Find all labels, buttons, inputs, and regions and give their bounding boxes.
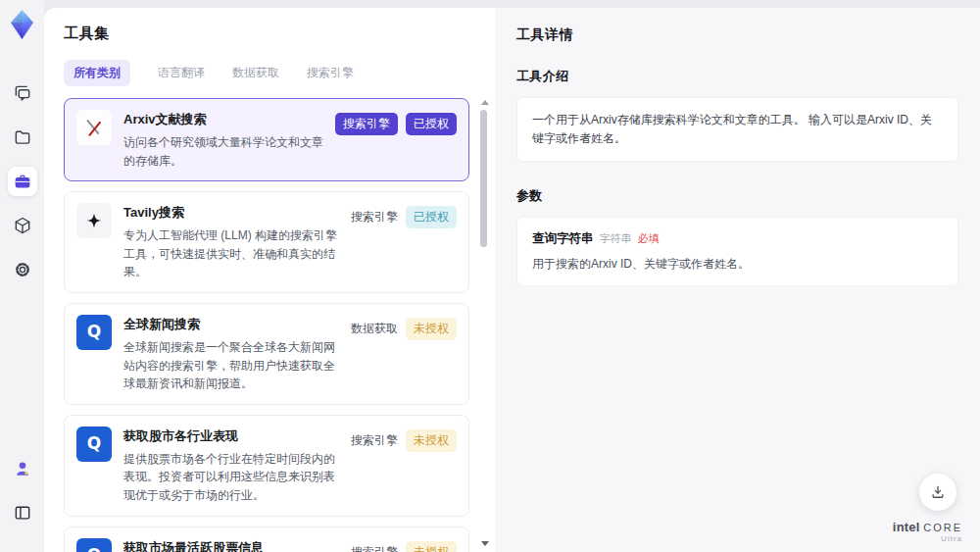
ultra-wordmark: Ultra [893, 535, 962, 544]
tool-body: 获取市场最活跃股票信息 提供当天交易量最高的股票列表。投资者可以利用这些信息来识… [123, 538, 341, 552]
tool-body: Arxiv文献搜索 访问各个研究领域大量科学论文和文章的存储库。 [123, 110, 325, 170]
folder-icon[interactable] [8, 123, 37, 152]
tool-description: 全球新闻搜索是一个聚合全球各大新闻网站内容的搜索引擎，帮助用户快速获取全球最新资… [123, 338, 341, 393]
chat-icon[interactable] [8, 78, 37, 108]
category-badge: 搜索引擎 [335, 113, 398, 135]
scroll-down-arrow-icon[interactable] [481, 541, 489, 546]
param-name: 查询字符串 [532, 230, 594, 247]
intel-wordmark: intel [893, 520, 920, 534]
tavily-star-icon [76, 203, 112, 238]
package-icon[interactable] [8, 211, 37, 240]
category-badge: 数据获取 [351, 318, 398, 340]
intel-core-logo: intel CORE Ultra [893, 521, 962, 544]
tool-card-tavily[interactable]: Tavily搜索 专为人工智能代理 (LLM) 构建的搜索引擎工具，可快速提供实… [64, 191, 469, 293]
tools-panel: 工具集 所有类别 语言翻译 数据获取 搜索引擎 A [44, 8, 495, 552]
category-badge: 搜索引擎 [351, 206, 398, 228]
blue-q-logo-icon: Q [76, 538, 112, 552]
param-card: 查询字符串 字符串 必填 用于搜索的Arxiv ID、关键字或作者姓名。 [516, 217, 958, 286]
param-description: 用于搜索的Arxiv ID、关键字或作者姓名。 [532, 256, 943, 273]
tool-description: 专为人工智能代理 (LLM) 构建的搜索引擎工具，可快速提供实时、准确和真实的结… [123, 226, 341, 281]
tool-details-panel: 工具详情 工具介绍 一个用于从Arxiv存储库搜索科学论文和文章的工具。 输入可… [495, 8, 980, 552]
status-badge: 未授权 [406, 429, 457, 452]
tool-card-arxiv[interactable]: Arxiv文献搜索 访问各个研究领域大量科学论文和文章的存储库。 搜索引擎 已授… [64, 98, 469, 181]
app-window: 工具集 所有类别 语言翻译 数据获取 搜索引擎 A [0, 0, 980, 552]
toolbox-icon[interactable] [8, 167, 37, 196]
category-tabs: 所有类别 语言翻译 数据获取 搜索引擎 [64, 60, 495, 86]
tab-search-engine[interactable]: 搜索引擎 [307, 65, 354, 81]
list-scrollbar[interactable] [478, 98, 490, 548]
scroll-up-arrow-icon[interactable] [481, 100, 489, 105]
tool-card-stock-sectors[interactable]: Q 获取股市各行业表现 提供股票市场各个行业在特定时间段内的表现。投资者可以利用… [64, 415, 469, 517]
tool-name: Arxiv文献搜索 [123, 111, 325, 128]
params-heading: 参数 [516, 187, 958, 205]
param-required-flag: 必填 [638, 231, 660, 246]
tool-card-active-stocks[interactable]: Q 获取市场最活跃股票信息 提供当天交易量最高的股票列表。投资者可以利用这些信息… [64, 527, 469, 552]
tool-description: 提供股票市场各个行业在特定时间段内的表现。投资者可以利用这些信息来识别表现优于或… [123, 450, 341, 505]
left-rail [0, 0, 44, 552]
tool-tags: 搜索引擎 未授权 [351, 538, 457, 552]
panel-toggle-icon[interactable] [8, 498, 37, 527]
param-type: 字符串 [600, 231, 632, 246]
app-logo-icon[interactable] [9, 10, 35, 39]
tool-tags: 搜索引擎 未授权 [351, 427, 457, 452]
tool-name: 全球新闻搜索 [123, 316, 341, 333]
details-panel-title: 工具详情 [516, 26, 958, 44]
intro-card: 一个用于从Arxiv存储库搜索科学论文和文章的工具。 输入可以是Arxiv ID… [516, 97, 958, 162]
tab-data-acquisition[interactable]: 数据获取 [232, 65, 279, 81]
param-header: 查询字符串 字符串 必填 [532, 230, 943, 247]
tool-body: 全球新闻搜索 全球新闻搜索是一个聚合全球各大新闻网站内容的搜索引擎，帮助用户快速… [123, 315, 341, 393]
category-badge: 搜索引擎 [351, 541, 398, 552]
tool-name: 获取市场最活跃股票信息 [123, 539, 341, 552]
tool-body: Tavily搜索 专为人工智能代理 (LLM) 构建的搜索引擎工具，可快速提供实… [123, 203, 341, 281]
blue-q-logo-icon: Q [76, 427, 112, 462]
tool-tags: 搜索引擎 已授权 [351, 203, 457, 228]
tool-tags: 搜索引擎 已授权 [335, 110, 457, 135]
tool-body: 获取股市各行业表现 提供股票市场各个行业在特定时间段内的表现。投资者可以利用这些… [123, 427, 341, 505]
tool-card-global-news[interactable]: Q 全球新闻搜索 全球新闻搜索是一个聚合全球各大新闻网站内容的搜索引擎，帮助用户… [64, 303, 469, 405]
tools-panel-title: 工具集 [64, 25, 495, 43]
category-badge: 搜索引擎 [351, 429, 398, 452]
download-icon [929, 483, 947, 501]
status-badge: 已授权 [406, 113, 457, 135]
tab-language-translation[interactable]: 语言翻译 [158, 65, 205, 81]
tool-tags: 数据获取 未授权 [351, 315, 457, 340]
status-badge: 已授权 [406, 206, 457, 228]
tab-all-categories[interactable]: 所有类别 [64, 60, 130, 86]
download-button[interactable] [919, 474, 956, 511]
blue-q-logo-icon: Q [76, 315, 112, 350]
status-badge: 未授权 [406, 541, 457, 552]
intro-heading: 工具介绍 [516, 68, 958, 85]
tool-name: 获取股市各行业表现 [123, 427, 341, 445]
status-badge: 未授权 [406, 318, 457, 340]
arxiv-logo-icon [76, 110, 112, 145]
core-wordmark: CORE [923, 522, 962, 533]
tool-list: Arxiv文献搜索 访问各个研究领域大量科学论文和文章的存储库。 搜索引擎 已授… [64, 98, 495, 552]
tool-description: 访问各个研究领域大量科学论文和文章的存储库。 [123, 133, 325, 170]
tool-name: Tavily搜索 [123, 204, 341, 222]
scrollbar-thumb[interactable] [480, 110, 487, 247]
main-surface: 工具集 所有类别 语言翻译 数据获取 搜索引擎 A [44, 8, 980, 552]
settings-gear-icon[interactable] [8, 255, 37, 284]
user-avatar-icon[interactable] [8, 454, 37, 483]
